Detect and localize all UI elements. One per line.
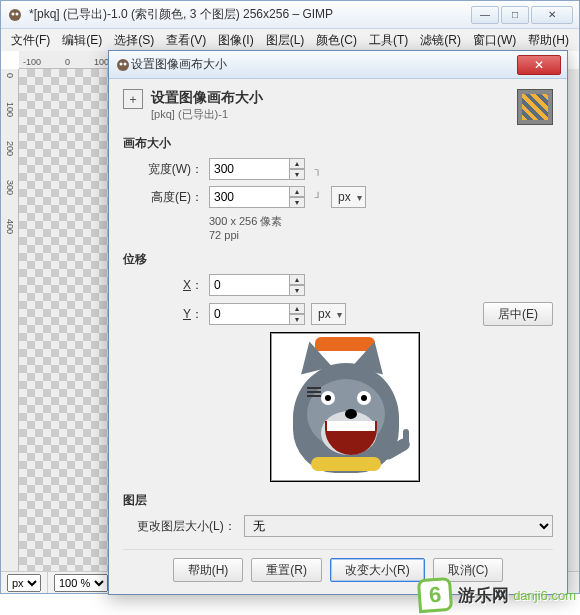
ruler-h-tick: -100 [23, 57, 41, 67]
watermark-logo-icon: 6 [417, 577, 453, 613]
main-menubar: 文件(F) 编辑(E) 选择(S) 查看(V) 图像(I) 图层(L) 颜色(C… [1, 29, 579, 51]
status-zoom-cell: 100 % [48, 572, 115, 593]
svg-point-4 [120, 62, 123, 65]
canvas-ppi-readout: 72 ppi [209, 229, 553, 241]
offset-fields: X： ▴▾ Y： ▴▾ px 居中(E) [123, 274, 553, 482]
width-label: 宽度(W)： [137, 161, 203, 178]
ruler-vertical[interactable]: 0 100 200 300 400 [1, 69, 19, 571]
resize-layers-row: 更改图层大小(L)： 无 [123, 515, 553, 537]
x-input-group: ▴▾ [209, 274, 305, 296]
height-input[interactable] [209, 186, 289, 208]
menu-help[interactable]: 帮助(H) [522, 30, 575, 51]
menu-select[interactable]: 选择(S) [108, 30, 160, 51]
dialog-header-sub: [pkq] (已导出)-1 [151, 107, 263, 122]
offset-unit-select[interactable]: px [311, 303, 346, 325]
link-chain-icon[interactable]: ┐ [311, 164, 325, 175]
resize-layers-select[interactable]: 无 [244, 515, 553, 537]
svg-point-1 [12, 12, 15, 15]
x-spinner[interactable]: ▴▾ [289, 274, 305, 296]
section-offset: 位移 [123, 251, 553, 268]
menu-edit[interactable]: 编辑(E) [56, 30, 108, 51]
ruler-h-tick: 100 [94, 57, 109, 67]
section-canvas-size: 画布大小 [123, 135, 553, 152]
menu-filters[interactable]: 滤镜(R) [414, 30, 467, 51]
maximize-button[interactable]: □ [501, 6, 529, 24]
y-input-group: ▴▾ [209, 303, 305, 325]
x-input[interactable] [209, 274, 289, 296]
ruler-h-tick: 0 [65, 57, 70, 67]
main-titlebar[interactable]: *[pkq] (已导出)-1.0 (索引颜色, 3 个图层) 256x256 –… [1, 1, 579, 29]
y-spinner[interactable]: ▴▾ [289, 303, 305, 325]
ruler-v-tick: 300 [5, 180, 15, 195]
ruler-v-tick: 200 [5, 141, 15, 156]
help-button[interactable]: 帮助(H) [173, 558, 244, 582]
menu-layer[interactable]: 图层(L) [260, 30, 311, 51]
section-layers: 图层 [123, 492, 553, 509]
svg-point-3 [117, 59, 129, 71]
menu-color[interactable]: 颜色(C) [310, 30, 363, 51]
status-zoom-select[interactable]: 100 % [54, 574, 108, 592]
dialog-titlebar[interactable]: 设置图像画布大小 ✕ [109, 51, 567, 79]
dialog-body: ＋ 设置图像画布大小 [pkq] (已导出)-1 画布大小 宽度(W)： ▴▾ … [109, 79, 567, 594]
menu-file[interactable]: 文件(F) [5, 30, 56, 51]
height-spinner[interactable]: ▴▾ [289, 186, 305, 208]
status-unit-select[interactable]: px [7, 574, 41, 592]
dialog-title: 设置图像画布大小 [131, 56, 517, 73]
status-unit-cell: px [1, 572, 48, 593]
y-label: Y： [137, 306, 203, 323]
svg-point-2 [16, 12, 19, 15]
minimize-button[interactable]: — [471, 6, 499, 24]
reset-button[interactable]: 重置(R) [251, 558, 322, 582]
dialog-app-icon [115, 57, 131, 73]
gimp-app-icon [7, 7, 23, 23]
menu-window[interactable]: 窗口(W) [467, 30, 522, 51]
y-input[interactable] [209, 303, 289, 325]
resize-button[interactable]: 改变大小(R) [330, 558, 425, 582]
resize-layers-label: 更改图层大小(L)： [137, 518, 236, 535]
width-spinner[interactable]: ▴▾ [289, 158, 305, 180]
close-button[interactable]: ✕ [531, 6, 573, 24]
height-input-group: ▴▾ [209, 186, 305, 208]
resize-plus-icon: ＋ [123, 89, 143, 109]
center-button[interactable]: 居中(E) [483, 302, 553, 326]
link-chain-icon-bot[interactable]: ┘ [311, 192, 325, 203]
window-buttons: — □ ✕ [471, 6, 573, 24]
dialog-header: ＋ 设置图像画布大小 [pkq] (已导出)-1 [123, 89, 553, 125]
offset-preview[interactable] [270, 332, 420, 482]
site-watermark: 6 游乐网 danji6.com [418, 575, 576, 615]
menu-view[interactable]: 查看(V) [160, 30, 212, 51]
x-label: X： [137, 277, 203, 294]
dialog-close-button[interactable]: ✕ [517, 55, 561, 75]
menu-tools[interactable]: 工具(T) [363, 30, 414, 51]
height-label: 高度(E)： [137, 189, 203, 206]
canvas-unit-select[interactable]: px [331, 186, 366, 208]
ruler-v-tick: 400 [5, 219, 15, 234]
watermark-cn: 游乐网 [458, 584, 509, 607]
ruler-v-tick: 100 [5, 102, 15, 117]
svg-point-5 [124, 62, 127, 65]
canvas-size-dialog: 设置图像画布大小 ✕ ＋ 设置图像画布大小 [pkq] (已导出)-1 画布大小… [108, 50, 568, 595]
width-input-group: ▴▾ [209, 158, 305, 180]
menu-image[interactable]: 图像(I) [212, 30, 259, 51]
dialog-header-big: 设置图像画布大小 [151, 89, 263, 107]
canvas-dim-readout: 300 x 256 像素 [209, 214, 553, 229]
dialog-thumbnail [517, 89, 553, 125]
svg-point-0 [9, 9, 21, 21]
watermark-en: danji6.com [513, 588, 576, 603]
ruler-v-tick: 0 [5, 73, 15, 78]
main-window-title: *[pkq] (已导出)-1.0 (索引颜色, 3 个图层) 256x256 –… [29, 6, 471, 23]
width-input[interactable] [209, 158, 289, 180]
canvas-size-fields: 宽度(W)： ▴▾ ┐ 高度(E)： ▴▾ ┘ px [123, 158, 553, 241]
